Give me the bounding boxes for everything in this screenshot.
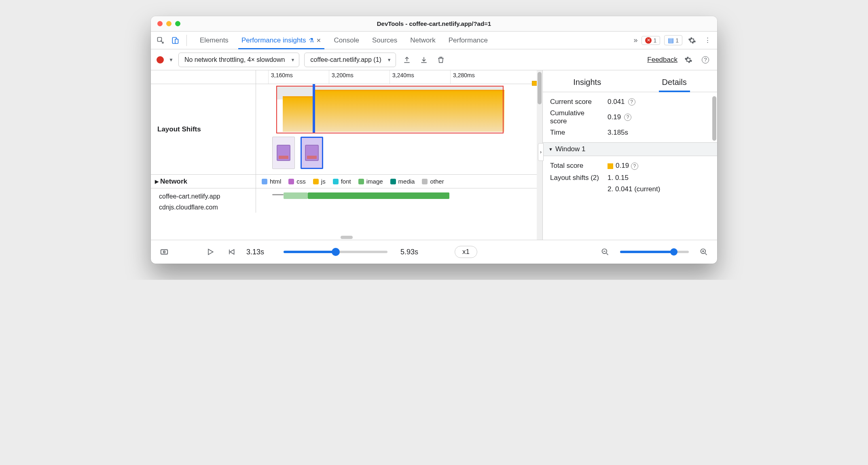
time-value: 3.185s	[608, 129, 628, 137]
sidebar-expand-handle[interactable]: ›	[538, 143, 544, 161]
inspect-element-icon[interactable]	[155, 35, 166, 46]
ls-list-item[interactable]: 2. 0.041 (current)	[608, 185, 710, 193]
panel-tabs: Elements Performance insights ⚗ ✕ Consol…	[151, 32, 717, 49]
play-button[interactable]	[204, 246, 216, 258]
error-icon: ✕	[645, 37, 652, 44]
messages-count: 1	[675, 37, 679, 44]
tab-sources[interactable]: Sources	[366, 32, 404, 49]
details-sidebar: › Insights Details Current score 0.041? …	[542, 70, 717, 240]
current-score-value: 0.041	[608, 98, 625, 106]
window-title: DevTools - coffee-cart.netlify.app/?ad=1	[151, 20, 717, 27]
time-label: Time	[550, 129, 603, 137]
layout-shift-thumb-selected[interactable]	[301, 137, 323, 169]
recording-value: coffee-cart.netlify.app (1)	[310, 56, 381, 63]
main-area: 3,160ms 3,200ms 3,240ms 3,280ms Layout S…	[151, 70, 717, 240]
svg-rect-3	[161, 250, 168, 254]
zoom-in-icon[interactable]	[698, 246, 710, 258]
close-tab-icon[interactable]: ✕	[316, 37, 321, 44]
help-icon[interactable]: ?	[628, 98, 635, 106]
export-icon[interactable]	[401, 54, 413, 66]
chevron-down-icon: ▼	[290, 57, 295, 62]
panel-settings-icon[interactable]	[682, 54, 694, 66]
recording-select[interactable]: coffee-cart.netlify.app (1) ▼	[304, 53, 396, 67]
ruler-tick: 3,280ms	[450, 70, 475, 84]
total-score-label: Total score	[550, 162, 603, 170]
host-item[interactable]: cdnjs.cloudflare.com	[159, 202, 256, 213]
tab-network[interactable]: Network	[404, 32, 442, 49]
layout-shifts-row: Layout Shifts	[151, 84, 542, 175]
help-icon[interactable]: ?	[624, 114, 631, 121]
ruler-tick: 3,200ms	[329, 70, 354, 84]
time-start-label: 3.13s	[246, 248, 271, 256]
tab-performance-insights[interactable]: Performance insights ⚗ ✕	[235, 32, 328, 49]
playback-footer: 3.13s 5.93s x1	[151, 240, 717, 264]
device-toggle-icon[interactable]	[169, 35, 181, 46]
network-waterfall[interactable]	[256, 188, 542, 213]
zoom-window[interactable]	[175, 21, 180, 26]
timeline-panel: 3,160ms 3,200ms 3,240ms 3,280ms Layout S…	[151, 70, 542, 240]
seek-start-button[interactable]	[225, 246, 237, 258]
throttling-select[interactable]: No network throttling, 4× slowdown ▼	[178, 53, 299, 67]
svg-point-4	[163, 251, 165, 253]
kebab-menu-icon[interactable]: ⋮	[702, 35, 713, 46]
chevron-down-icon: ▼	[387, 57, 392, 62]
zoom-out-icon[interactable]	[599, 246, 611, 258]
minimize-window[interactable]	[166, 21, 171, 26]
error-badge[interactable]: ✕ 1	[641, 36, 660, 45]
ruler-tick: 3,240ms	[390, 70, 414, 84]
flask-icon: ⚗	[309, 37, 314, 44]
window-section-header[interactable]: ▼Window 1	[543, 142, 717, 156]
devtools-window: DevTools - coffee-cart.netlify.app/?ad=1…	[151, 16, 717, 264]
network-hosts: coffee-cart.netlify.app cdnjs.cloudflare…	[151, 188, 256, 213]
zoom-slider[interactable]	[620, 251, 689, 253]
current-score-label: Current score	[550, 98, 603, 106]
ls-list-label: Layout shifts (2)	[550, 174, 603, 193]
speed-button[interactable]: x1	[455, 246, 477, 258]
delete-icon[interactable]	[435, 54, 447, 66]
layout-shifts-label: Layout Shifts	[151, 84, 256, 174]
sidebar-tab-details[interactable]: Details	[659, 74, 690, 92]
score-swatch	[608, 163, 613, 169]
help-icon[interactable]: ?	[631, 163, 638, 170]
tab-console[interactable]: Console	[328, 32, 366, 49]
messages-badge[interactable]: ▤ 1	[664, 35, 682, 45]
tab-performance[interactable]: Performance	[442, 32, 494, 49]
time-end-label: 5.93s	[400, 248, 425, 256]
total-score-value: 0.19	[616, 162, 629, 169]
sidebar-scrollbar[interactable]	[711, 95, 717, 240]
layout-shifts-track[interactable]	[256, 84, 542, 174]
network-legend: html css js font image media other	[256, 175, 542, 188]
feedback-link[interactable]: Feedback	[647, 56, 677, 64]
sidebar-tab-insights[interactable]: Insights	[570, 74, 604, 92]
message-icon: ▤	[668, 36, 674, 44]
network-row: ▶ Network html css js font image media o…	[151, 175, 542, 224]
playback-slider[interactable]	[284, 251, 387, 253]
network-label[interactable]: ▶ Network	[151, 175, 256, 188]
host-item[interactable]: coffee-cart.netlify.app	[159, 191, 256, 202]
error-count: 1	[653, 37, 656, 44]
titlebar: DevTools - coffee-cart.netlify.app/?ad=1	[151, 16, 717, 32]
ruler-tick: 3,160ms	[268, 70, 293, 84]
cumulative-score-label: Cumulative score	[550, 109, 603, 125]
ls-list-item[interactable]: 1. 0.15	[608, 174, 710, 182]
tab-elements[interactable]: Elements	[193, 32, 235, 49]
more-tabs-icon[interactable]: »	[633, 36, 637, 44]
help-icon[interactable]: ?	[699, 54, 711, 66]
cumulative-score-value: 0.19	[608, 113, 621, 121]
selection-box	[276, 86, 504, 133]
layout-shift-thumb[interactable]	[272, 137, 295, 169]
throttling-value: No network throttling, 4× slowdown	[184, 56, 285, 63]
horizontal-scroll-thumb[interactable]	[341, 236, 353, 239]
playhead[interactable]	[313, 84, 315, 133]
close-window[interactable]	[157, 21, 163, 26]
timeline-ruler[interactable]: 3,160ms 3,200ms 3,240ms 3,280ms	[151, 70, 542, 84]
insights-toolbar: ▼ No network throttling, 4× slowdown ▼ c…	[151, 49, 717, 70]
record-menu-caret[interactable]: ▼	[169, 57, 174, 63]
svg-rect-2	[175, 39, 178, 43]
record-button[interactable]	[157, 56, 164, 63]
import-icon[interactable]	[418, 54, 430, 66]
preview-toggle-icon[interactable]	[158, 246, 170, 258]
settings-icon[interactable]	[686, 35, 698, 46]
traffic-lights	[151, 21, 180, 26]
